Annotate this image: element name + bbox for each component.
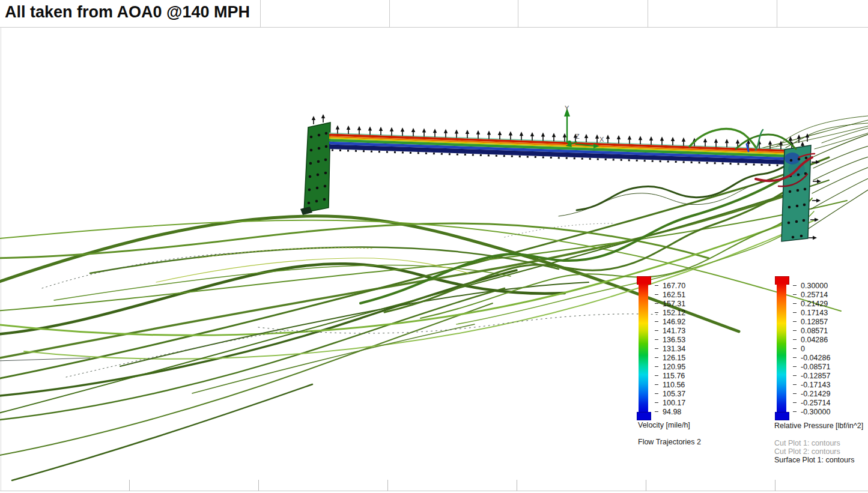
legend-tick: 167.70 <box>655 281 685 290</box>
legend-tick: 0 <box>793 344 830 353</box>
velocity-caption: Velocity [mile/h] <box>638 421 690 429</box>
axis-y-label: Y <box>565 104 569 112</box>
cut-plot-2-label: Cut Plot 2: contours <box>774 447 840 456</box>
legend-tick: 0.17143 <box>793 308 830 317</box>
legend-tick: 110.56 <box>655 380 685 389</box>
legend-tick: 115.76 <box>655 371 685 380</box>
pressure-legend: 0.30000 0.25714 0.21429 0.17143 0.12857 … <box>774 275 864 425</box>
spreadsheet-gridlines <box>0 0 868 491</box>
axis-z-label: Z <box>575 133 580 140</box>
pressure-colorbar <box>777 283 786 412</box>
legend-tick: -0.17143 <box>793 380 830 389</box>
legend-tick: -0.30000 <box>793 407 830 416</box>
cut-plot-1-label: Cut Plot 1: contours <box>774 439 840 448</box>
velocity-ticks: 167.70 162.51 157.31 152.12 146.92 141.7… <box>655 281 685 416</box>
legend-tick: 0.30000 <box>793 281 830 290</box>
legend-tick: -0.04286 <box>793 353 830 362</box>
legend-tick: 146.92 <box>655 317 685 326</box>
legend-tick: 162.51 <box>655 290 685 299</box>
legend-tick: 0.25714 <box>793 290 830 299</box>
legend-tick: 0.21429 <box>793 299 830 308</box>
velocity-legend: 167.70 162.51 157.31 152.12 146.92 141.7… <box>636 275 726 425</box>
velocity-colorbar <box>639 283 648 412</box>
legend-tick: -0.12857 <box>793 371 830 380</box>
cfd-scene: Y Z X <box>0 0 868 493</box>
legend-tick: -0.25714 <box>793 398 830 407</box>
legend-tick: 105.37 <box>655 389 685 398</box>
figure-title: All taken from AOA0 @140 MPH <box>5 3 250 22</box>
pressure-ticks: 0.30000 0.25714 0.21429 0.17143 0.12857 … <box>793 281 830 416</box>
legend-tick: 120.95 <box>655 362 685 371</box>
pressure-caption: Relative Pressure [lbf/in^2] <box>774 422 863 430</box>
legend-tick: 0.08571 <box>793 326 830 335</box>
flow-streamlines <box>0 116 868 480</box>
legend-tick: 126.15 <box>655 353 685 362</box>
spreadsheet-page: Y Z X All taken from AOA0 @140 MPH 167.7… <box>0 0 868 493</box>
legend-tick: 136.53 <box>655 335 685 344</box>
legend-tick: 152.12 <box>655 308 685 317</box>
surface-plot-1-label: Surface Plot 1: contours <box>774 456 854 465</box>
legend-tick: 0.04286 <box>793 335 830 344</box>
legend-tick: 0.12857 <box>793 317 830 326</box>
legend-min-cap <box>637 412 651 420</box>
legend-tick: 131.34 <box>655 344 685 353</box>
legend-tick: 94.98 <box>655 407 685 416</box>
legend-tick: 100.17 <box>655 398 685 407</box>
legend-min-cap <box>775 412 789 420</box>
right-endplate <box>782 133 821 241</box>
legend-tick: -0.21429 <box>793 389 830 398</box>
legend-tick: 141.73 <box>655 326 685 335</box>
flow-trajectories-label: Flow Trajectories 2 <box>638 438 701 447</box>
axis-x-label: X <box>599 136 604 143</box>
left-endplate <box>300 114 330 215</box>
legend-tick: -0.08571 <box>793 362 830 371</box>
legend-tick: 157.31 <box>655 299 685 308</box>
